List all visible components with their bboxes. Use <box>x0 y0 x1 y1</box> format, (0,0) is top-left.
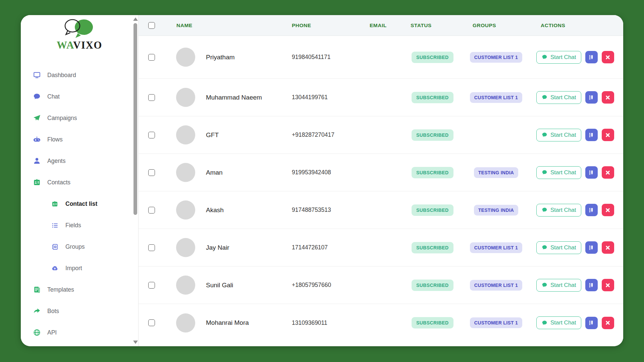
delete-x-icon <box>604 282 611 289</box>
sidebar-item-contacts[interactable]: Contacts <box>21 172 133 193</box>
group-badge: CUSTOMER LIST 1 <box>470 52 522 63</box>
table-row: Mohanrai Mora 13109369011 SUBSCRIBED CUS… <box>139 304 623 342</box>
row-checkbox[interactable] <box>148 94 155 101</box>
row-checkbox[interactable] <box>148 244 155 251</box>
chat-icon <box>33 93 41 101</box>
sidebar-scrollbar[interactable] <box>133 15 138 346</box>
status-badge: SUBSCRIBED <box>412 52 453 63</box>
contact-name: Mohanrai Mora <box>206 319 249 326</box>
row-checkbox[interactable] <box>148 319 155 326</box>
sidebar-item-chat[interactable]: Chat <box>21 86 133 107</box>
start-chat-label: Start Chat <box>550 54 576 61</box>
row-checkbox[interactable] <box>148 282 155 289</box>
table-row: Priyatham 919840541171 SUBSCRIBED CUSTOM… <box>139 36 623 79</box>
delete-button[interactable] <box>602 51 614 63</box>
start-chat-label: Start Chat <box>550 319 576 326</box>
contact-phone: 917488753513 <box>288 206 366 214</box>
sidebar-item-api[interactable]: API <box>21 322 133 343</box>
sidebar: WAVIXO Dashboard Chat Campa <box>21 15 138 346</box>
brand-logo: WAVIXO <box>21 16 138 51</box>
edit-icon <box>588 282 595 289</box>
table-row: Jay Nair 17144726107 SUBSCRIBED CUSTOMER… <box>139 229 623 266</box>
delete-button[interactable] <box>602 166 614 179</box>
delete-button[interactable] <box>602 317 614 329</box>
sidebar-item-label: Groups <box>65 243 85 250</box>
status-badge: SUBSCRIBED <box>412 317 453 328</box>
sidebar-item-import[interactable]: Import <box>21 257 133 279</box>
row-checkbox[interactable] <box>148 54 155 61</box>
sidebar-item-agents[interactable]: Agents <box>21 150 133 172</box>
delete-button[interactable] <box>602 129 614 141</box>
edit-button[interactable] <box>585 204 598 216</box>
group-badge: CUSTOMER LIST 1 <box>470 317 522 328</box>
start-chat-label: Start Chat <box>550 244 576 251</box>
contact-phone: +918287270417 <box>288 131 366 138</box>
row-checkbox[interactable] <box>148 132 155 138</box>
sidebar-item-flows[interactable]: Flows <box>21 129 133 150</box>
contact-name: Aman <box>206 169 223 176</box>
sidebar-item-bots[interactable]: Bots <box>21 300 133 322</box>
delete-button[interactable] <box>602 279 614 291</box>
start-chat-button[interactable]: Start Chat <box>536 241 581 254</box>
edit-button[interactable] <box>585 166 598 179</box>
delete-x-icon <box>604 54 611 61</box>
delete-button[interactable] <box>602 241 614 254</box>
avatar <box>176 276 195 295</box>
sidebar-item-groups[interactable]: Groups <box>21 236 133 257</box>
row-checkbox[interactable] <box>148 169 155 176</box>
delete-x-icon <box>604 319 611 326</box>
edit-button[interactable] <box>585 317 598 329</box>
group-badge: TESTING INDIA <box>474 167 519 178</box>
start-chat-button[interactable]: Start Chat <box>536 279 581 292</box>
sidebar-item-templates[interactable]: Templates <box>21 279 133 300</box>
edit-icon <box>588 54 595 61</box>
contact-name: Priyatham <box>206 54 235 61</box>
edit-button[interactable] <box>585 241 598 254</box>
delete-x-icon <box>604 169 611 176</box>
start-chat-button[interactable]: Start Chat <box>536 129 581 141</box>
sidebar-item-label: Campaigns <box>47 115 77 122</box>
sidebar-nav: Dashboard Chat Campaigns Flows <box>21 64 133 343</box>
column-header-email: EMAIL <box>366 22 407 28</box>
edit-button[interactable] <box>585 91 598 104</box>
contact-phone: +18057957660 <box>288 282 366 289</box>
logo-green-bubble <box>75 19 93 38</box>
status-badge: SUBSCRIBED <box>412 204 453 216</box>
delete-x-icon <box>604 207 611 214</box>
table-row: GFT +918287270417 SUBSCRIBED Start Chat <box>139 116 623 154</box>
scrollbar-thumb[interactable] <box>133 23 137 215</box>
start-chat-button[interactable]: Start Chat <box>536 204 581 217</box>
sidebar-item-fields[interactable]: Fields <box>21 215 133 236</box>
start-chat-label: Start Chat <box>550 207 576 214</box>
delete-button[interactable] <box>602 91 614 104</box>
contact-phone: 13044199761 <box>288 94 366 101</box>
start-chat-button[interactable]: Start Chat <box>536 316 581 329</box>
sidebar-item-contact-list[interactable]: Contact list <box>21 193 133 215</box>
column-header-status: STATUS <box>407 22 469 28</box>
row-checkbox[interactable] <box>148 207 155 214</box>
start-chat-label: Start Chat <box>550 94 576 101</box>
table-row: Muhammad Naeem 13044199761 SUBSCRIBED CU… <box>139 79 623 116</box>
edit-button[interactable] <box>585 129 598 141</box>
start-chat-button[interactable]: Start Chat <box>536 91 581 104</box>
scroll-up-icon[interactable] <box>133 17 138 21</box>
delete-x-icon <box>604 132 611 138</box>
edit-button[interactable] <box>585 279 598 291</box>
sidebar-item-dashboard[interactable]: Dashboard <box>21 64 133 86</box>
id-badge-icon <box>33 178 41 186</box>
column-header-groups: GROUPS <box>469 22 531 28</box>
select-all-checkbox[interactable] <box>148 22 155 29</box>
start-chat-button[interactable]: Start Chat <box>536 51 581 64</box>
column-header-name: NAME <box>165 22 288 28</box>
edit-button[interactable] <box>585 51 598 63</box>
table-header: NAME PHONE EMAIL STATUS GROUPS ACTIONS <box>139 15 623 36</box>
scroll-down-icon[interactable] <box>133 341 138 344</box>
avatar <box>176 163 195 182</box>
start-chat-button[interactable]: Start Chat <box>536 166 581 179</box>
chat-bubble-icon <box>541 94 548 101</box>
sidebar-item-campaigns[interactable]: Campaigns <box>21 107 133 129</box>
group-badge: CUSTOMER LIST 1 <box>470 92 522 103</box>
edit-icon <box>588 94 595 101</box>
avatar <box>176 48 195 67</box>
delete-button[interactable] <box>602 204 614 216</box>
